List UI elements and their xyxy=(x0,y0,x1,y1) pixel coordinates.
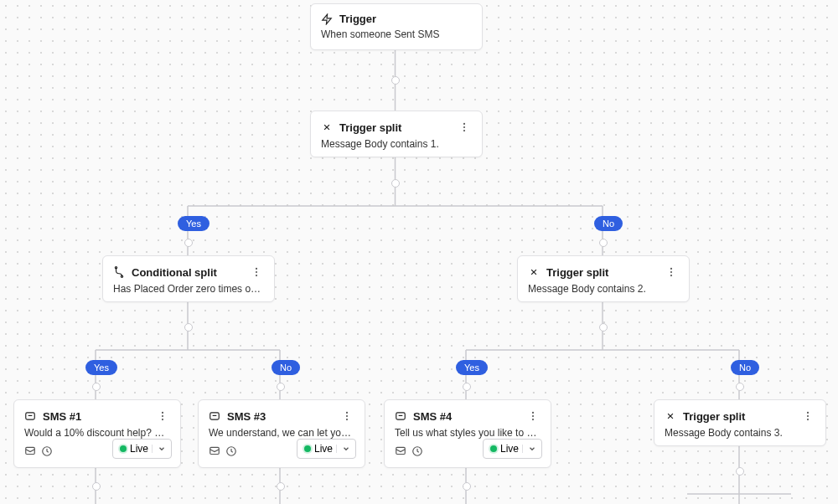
status-select[interactable]: Live xyxy=(112,439,172,459)
svg-point-27 xyxy=(256,275,257,276)
split-icon xyxy=(665,410,676,422)
node-body: Message Body contains 1. xyxy=(311,138,482,160)
branch-badge-yes: Yes xyxy=(178,216,210,231)
add-node-joint[interactable] xyxy=(736,467,744,476)
svg-point-38 xyxy=(346,412,348,414)
schedule-icon[interactable] xyxy=(225,445,237,457)
schedule-icon[interactable] xyxy=(411,445,423,457)
status-dot-icon xyxy=(490,445,497,452)
add-node-joint[interactable] xyxy=(463,383,471,391)
status-select[interactable]: Live xyxy=(297,439,356,459)
node-sms-4[interactable]: SMS #4 Tell us what styles you like to g… xyxy=(384,399,551,468)
branch-badge-yes: Yes xyxy=(85,360,117,375)
node-title: Conditional split xyxy=(132,266,217,279)
add-node-joint[interactable] xyxy=(277,482,285,491)
status-label: Live xyxy=(314,443,336,455)
flow-canvas[interactable]: Yes No Yes No Yes No Trigger When someon… xyxy=(0,0,838,504)
node-body: Message Body contains 2. xyxy=(518,283,689,305)
svg-point-39 xyxy=(346,415,348,417)
lightning-icon xyxy=(321,13,333,25)
svg-point-34 xyxy=(162,419,163,420)
message-preview-icon[interactable] xyxy=(24,445,36,457)
node-menu-button[interactable] xyxy=(155,409,170,424)
node-conditional-split[interactable]: Conditional split Has Placed Order zero … xyxy=(102,255,275,302)
svg-point-33 xyxy=(162,415,163,417)
svg-point-44 xyxy=(532,412,534,414)
svg-point-26 xyxy=(256,271,257,273)
branch-badge-no: No xyxy=(594,216,623,231)
node-menu-button[interactable] xyxy=(800,409,815,424)
node-title: Trigger split xyxy=(683,410,745,423)
node-title: SMS #1 xyxy=(43,410,81,423)
node-title: Trigger split xyxy=(546,266,608,279)
sms-icon xyxy=(209,410,220,422)
node-trigger-split-1[interactable]: Trigger split Message Body contains 1. xyxy=(310,111,483,157)
node-menu-button[interactable] xyxy=(525,409,541,424)
svg-marker-19 xyxy=(323,14,332,24)
svg-point-29 xyxy=(670,271,672,273)
node-trigger[interactable]: Trigger When someone Sent SMS xyxy=(310,3,483,50)
svg-point-46 xyxy=(532,419,534,420)
node-trigger-split-3[interactable]: Trigger split Message Body contains 3. xyxy=(654,399,826,446)
schedule-icon[interactable] xyxy=(41,445,53,457)
node-title: Trigger xyxy=(339,13,376,25)
chevron-down-icon xyxy=(336,445,355,453)
svg-point-51 xyxy=(807,419,809,420)
svg-point-21 xyxy=(463,126,465,128)
svg-point-32 xyxy=(162,412,163,414)
svg-rect-41 xyxy=(210,447,220,454)
svg-point-50 xyxy=(807,415,809,417)
svg-point-30 xyxy=(670,275,672,276)
status-label: Live xyxy=(500,443,522,455)
svg-rect-35 xyxy=(26,447,35,454)
status-select[interactable]: Live xyxy=(483,439,542,459)
split-icon xyxy=(321,121,333,133)
node-title: SMS #3 xyxy=(227,410,266,423)
svg-rect-47 xyxy=(396,447,406,454)
node-title: Trigger split xyxy=(339,121,401,134)
node-body: When someone Sent SMS xyxy=(311,28,482,50)
node-menu-button[interactable] xyxy=(339,409,354,424)
add-node-joint[interactable] xyxy=(599,239,608,247)
add-node-joint[interactable] xyxy=(92,383,101,391)
svg-point-25 xyxy=(256,268,257,270)
branch-badge-no: No xyxy=(731,360,759,375)
add-node-joint[interactable] xyxy=(391,76,400,85)
svg-point-22 xyxy=(463,130,465,131)
status-dot-icon xyxy=(304,445,311,452)
add-node-joint[interactable] xyxy=(184,323,193,332)
branch-icon xyxy=(113,266,125,278)
svg-point-49 xyxy=(807,412,809,414)
add-node-joint[interactable] xyxy=(391,179,400,188)
add-node-joint[interactable] xyxy=(736,383,744,391)
add-node-joint[interactable] xyxy=(599,323,608,332)
sms-icon xyxy=(395,410,406,422)
chevron-down-icon xyxy=(522,445,541,453)
node-title: SMS #4 xyxy=(413,410,452,423)
chevron-down-icon xyxy=(152,445,171,453)
svg-point-20 xyxy=(463,123,465,125)
svg-point-40 xyxy=(346,419,348,420)
node-sms-3[interactable]: SMS #3 We understand, we can let you kno… xyxy=(198,399,365,468)
branch-badge-yes: Yes xyxy=(456,360,488,375)
add-node-joint[interactable] xyxy=(92,482,101,491)
add-node-joint[interactable] xyxy=(277,383,285,391)
add-node-joint[interactable] xyxy=(184,239,193,247)
sms-icon xyxy=(24,410,36,422)
add-node-joint[interactable] xyxy=(463,482,471,491)
node-trigger-split-2[interactable]: Trigger split Message Body contains 2. xyxy=(517,255,690,302)
node-menu-button[interactable] xyxy=(249,265,264,280)
split-icon xyxy=(528,266,540,278)
node-sms-1[interactable]: SMS #1 Would a 10% discount help? Use co… xyxy=(13,399,181,468)
node-body: Message Body contains 3. xyxy=(654,427,825,449)
status-label: Live xyxy=(130,443,152,455)
branch-badge-no: No xyxy=(272,360,300,375)
status-dot-icon xyxy=(120,445,127,452)
message-preview-icon[interactable] xyxy=(209,445,220,457)
message-preview-icon[interactable] xyxy=(395,445,406,457)
node-menu-button[interactable] xyxy=(457,120,472,135)
node-menu-button[interactable] xyxy=(664,265,679,280)
node-body: Has Placed Order zero times over all tim… xyxy=(103,283,274,305)
svg-point-45 xyxy=(532,415,534,417)
svg-point-28 xyxy=(670,268,672,270)
